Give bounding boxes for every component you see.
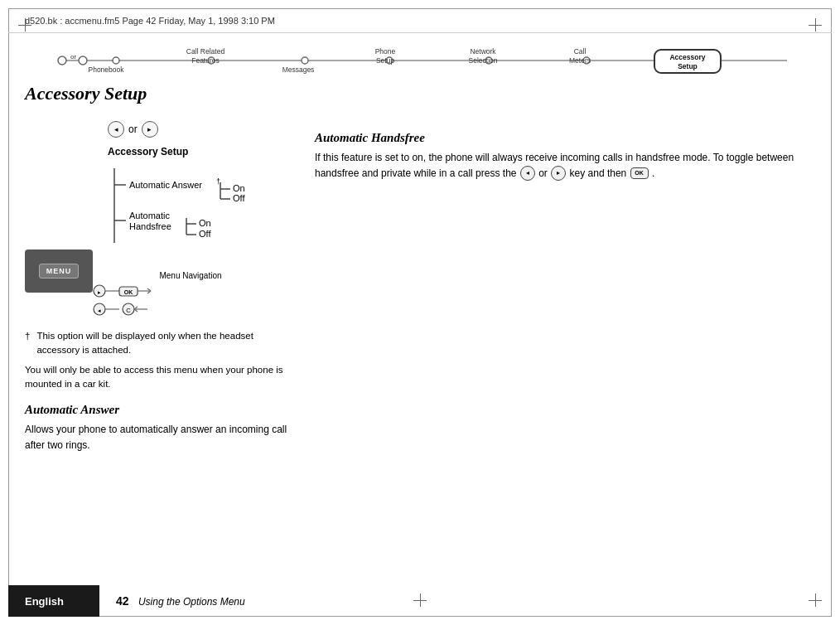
svg-text:Call Related: Call Related — [186, 47, 225, 56]
bottom-footer: English 42 Using the Options Menu — [8, 585, 832, 617]
handsfree-left-btn: ◂ — [520, 166, 535, 181]
or-label: or — [128, 124, 138, 135]
svg-text:Meters: Meters — [569, 56, 591, 65]
svg-text:Phone: Phone — [375, 47, 396, 56]
dagger-text: This option will be displayed only when … — [36, 329, 290, 358]
footer-page-info: 42 Using the Options Menu — [116, 594, 245, 608]
svg-text:Handsfree: Handsfree — [129, 221, 171, 231]
svg-text:or: or — [70, 53, 76, 61]
footer-caption: Using the Options Menu — [138, 596, 245, 608]
automatic-handsfree-section: Automatic Handsfree If this feature is s… — [315, 131, 815, 181]
svg-text:◂: ◂ — [98, 308, 101, 313]
svg-text:Automatic: Automatic — [129, 211, 170, 220]
handsfree-right-btn: ▸ — [551, 166, 566, 181]
footnote-body: You will only be able to access this men… — [25, 363, 290, 392]
menu-btn-label: MENU — [39, 264, 80, 279]
svg-text:Features: Features — [191, 56, 220, 65]
right-column: Automatic Handsfree If this feature is s… — [315, 121, 815, 453]
menu-navigation-label: Menu Navigation — [91, 271, 290, 280]
handsfree-body-part2: or — [538, 167, 548, 179]
handsfree-body-end: . — [652, 167, 654, 179]
accessory-setup-diagram-label: Accessory Setup — [108, 146, 290, 157]
automatic-answer-body: Allows your phone to automatically answe… — [25, 422, 290, 453]
svg-point-4 — [113, 57, 119, 64]
file-info: d520.bk : accmenu.fm5 Page 42 Friday, Ma… — [25, 16, 275, 26]
svg-text:On: On — [233, 183, 245, 193]
automatic-answer-title: Automatic Answer — [25, 403, 290, 417]
svg-point-1 — [58, 56, 66, 65]
main-content: Accessory Setup MENU ◂ or ▸ Accessory Se… — [25, 83, 815, 575]
two-col-layout: MENU ◂ or ▸ Accessory Setup Automatic An… — [25, 121, 815, 453]
tree-diagram: Automatic Answer † On Off Automatic Hand… — [108, 164, 290, 267]
nav-tabs-area: or Phonebook Call Related Features Messa… — [50, 43, 790, 78]
svg-text:▸: ▸ — [98, 289, 101, 295]
footer-language: English — [8, 585, 99, 617]
left-arrow-btn: ◂ — [108, 121, 124, 138]
page-title: Accessory Setup — [25, 83, 815, 104]
tree-svg: Automatic Answer † On Off Automatic Hand… — [108, 164, 282, 264]
menu-navigation-diagram: Menu Navigation ▸ OK ◂ C — [91, 271, 290, 321]
svg-text:On: On — [199, 218, 211, 228]
automatic-handsfree-body: If this feature is set to on, the phone … — [315, 150, 815, 181]
handsfree-ok-btn: OK — [630, 167, 649, 179]
right-arrow-btn: ▸ — [142, 121, 158, 138]
svg-text:Network: Network — [470, 47, 496, 56]
svg-text:Messages: Messages — [282, 65, 315, 74]
left-column: MENU ◂ or ▸ Accessory Setup Automatic An… — [25, 121, 290, 453]
svg-text:OK: OK — [124, 289, 133, 295]
dagger-symbol: † — [25, 329, 30, 358]
svg-point-9 — [302, 57, 308, 64]
svg-text:Phonebook: Phonebook — [88, 65, 124, 74]
footnote-area: † This option will be displayed only whe… — [25, 329, 290, 391]
top-bar: d520.bk : accmenu.fm5 Page 42 Friday, Ma… — [8, 8, 832, 33]
svg-text:Accessory: Accessory — [669, 53, 705, 61]
nav-buttons-row: ◂ or ▸ — [108, 121, 290, 138]
svg-point-3 — [79, 56, 87, 65]
svg-text:Off: Off — [233, 193, 245, 203]
footnote-dagger-item: † This option will be displayed only whe… — [25, 329, 290, 358]
automatic-handsfree-title: Automatic Handsfree — [315, 131, 815, 145]
svg-text:Setup: Setup — [678, 62, 698, 70]
footer-page-number: 42 — [116, 594, 129, 608]
svg-text:Off: Off — [199, 229, 211, 239]
svg-text:Setup: Setup — [376, 56, 394, 65]
svg-text:Call: Call — [574, 47, 587, 56]
handsfree-body-part3: key and then — [570, 167, 627, 179]
menu-btn-block: MENU — [25, 250, 93, 293]
svg-text:C: C — [126, 307, 131, 314]
nav-tabs-svg: or Phonebook Call Related Features Messa… — [50, 43, 787, 78]
automatic-answer-section: Automatic Answer Allows your phone to au… — [25, 403, 290, 453]
svg-text:Selection: Selection — [469, 56, 498, 65]
nav-diagram-svg: ▸ OK ◂ C — [91, 283, 240, 317]
svg-text:Automatic Answer: Automatic Answer — [129, 180, 202, 190]
